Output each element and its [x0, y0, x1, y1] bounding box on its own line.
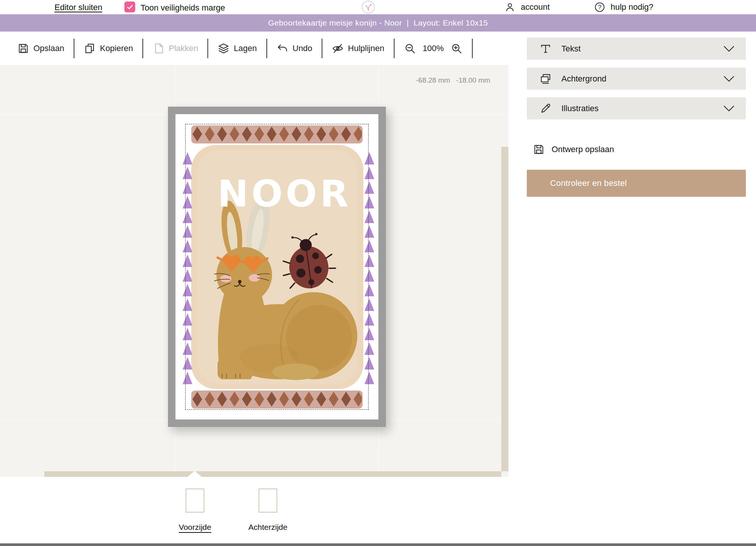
safety-margin-label: Toon veiligheids marge	[141, 3, 225, 13]
help-button[interactable]: ? hulp nodig?	[594, 2, 653, 13]
account-button[interactable]: account	[504, 2, 550, 13]
toolbar-label-guides: Hulplijnen	[348, 44, 384, 53]
bottom-edge-bar	[0, 543, 756, 546]
brand-logo	[361, 0, 375, 14]
document-title: Geboortekaartje meisje konijn - Noor | L…	[268, 18, 488, 27]
page-label-front[interactable]: Voorzijde	[179, 523, 211, 532]
panel-label: Achtergrond	[561, 74, 606, 84]
copy-icon	[84, 42, 96, 54]
top-bar: Editor sluiten Toon veiligheids marge ac…	[0, 0, 756, 14]
panel-achtergrond[interactable]: Achtergrond	[527, 68, 746, 90]
card-name-text[interactable]: NOOR	[218, 172, 351, 215]
text-icon	[540, 43, 552, 55]
zoom-level: 100%	[423, 44, 444, 53]
close-editor-link[interactable]: Editor sluiten	[54, 3, 102, 12]
background-icon	[540, 73, 552, 85]
zoom-out-button[interactable]	[404, 42, 416, 54]
zoom-in-button[interactable]	[451, 42, 463, 54]
help-icon: ?	[594, 2, 605, 13]
horizontal-scrollbar[interactable]	[44, 471, 501, 477]
guides-eye-slash-icon	[332, 42, 344, 54]
card-front[interactable]: NOOR	[175, 114, 378, 419]
paste-icon	[153, 42, 165, 54]
page-label-back[interactable]: Achterzijde	[248, 523, 287, 532]
help-label: hulp nodig?	[611, 2, 653, 12]
vertical-scrollbar[interactable]	[501, 147, 508, 471]
toolbar-separator	[472, 39, 473, 58]
toolbar-separator	[207, 39, 208, 58]
toolbar-separator	[394, 39, 395, 58]
canvas-area[interactable]: -68.28 mm -18.00 mm	[0, 65, 508, 477]
zoom-out-icon	[404, 42, 416, 54]
svg-text:?: ?	[598, 4, 602, 11]
undo-icon	[277, 42, 289, 54]
layers-icon	[218, 42, 230, 54]
toolbar-label-layers: Lagen	[234, 44, 257, 53]
toolbar-label-save: Opslaan	[33, 44, 64, 53]
save-icon	[17, 42, 29, 54]
order-button-label: Controleer en bestel	[550, 178, 627, 188]
chevron-down-icon	[723, 105, 735, 112]
save-design-button[interactable]: Ontwerp opslaan	[533, 143, 614, 155]
safety-margin-checkbox[interactable]	[124, 2, 135, 12]
zoom-in-icon	[451, 42, 463, 54]
toolbar: Opslaan Kopieren Plakken Lagen Undo Hulp…	[0, 32, 508, 65]
coordinate-x: -68.28 mm	[416, 76, 450, 84]
title-bar: Geboortekaartje meisje konijn - Noor | L…	[0, 14, 756, 32]
toolbar-label-undo: Undo	[293, 44, 313, 53]
page-pointer-notch	[187, 471, 202, 477]
zoom-controls: 100%	[404, 42, 463, 54]
person-icon	[504, 2, 516, 13]
toolbar-label-copy: Kopieren	[100, 44, 133, 53]
cursor-coordinates: -68.28 mm -18.00 mm	[416, 76, 490, 84]
pencil-icon	[540, 103, 552, 115]
toolbar-button-save[interactable]: Opslaan	[17, 42, 64, 54]
toolbar-label-paste: Plakken	[169, 44, 198, 53]
toolbar-separator	[322, 39, 322, 58]
page-thumb-front[interactable]	[186, 489, 204, 513]
panel-illustraties[interactable]: Illustraties	[527, 97, 746, 119]
card-illustration: NOOR	[175, 114, 378, 419]
toolbar-button-guides[interactable]: Hulplijnen	[332, 42, 384, 54]
chevron-down-icon	[723, 45, 735, 52]
save-icon	[533, 143, 545, 155]
toolbar-button-copy[interactable]: Kopieren	[84, 42, 133, 54]
toolbar-separator	[142, 39, 143, 58]
page-thumb-back[interactable]	[259, 489, 277, 513]
check-icon	[126, 3, 134, 11]
panel-label: Illustraties	[561, 104, 599, 113]
toolbar-button-undo[interactable]: Undo	[277, 42, 313, 54]
panel-label: Tekst	[561, 44, 581, 54]
toolbar-separator	[74, 39, 74, 58]
save-design-label: Ontwerp opslaan	[552, 145, 614, 154]
card-preview[interactable]: NOOR	[168, 107, 386, 427]
toolbar-button-layers[interactable]: Lagen	[218, 42, 257, 54]
account-label: account	[521, 2, 550, 12]
toolbar-separator	[266, 39, 267, 58]
order-button[interactable]: Controleer en bestel	[527, 170, 746, 197]
coordinate-y: -18.00 mm	[456, 76, 490, 84]
chevron-down-icon	[723, 75, 735, 82]
panel-tekst[interactable]: Tekst	[527, 38, 746, 60]
toolbar-button-paste[interactable]: Plakken	[153, 42, 198, 54]
